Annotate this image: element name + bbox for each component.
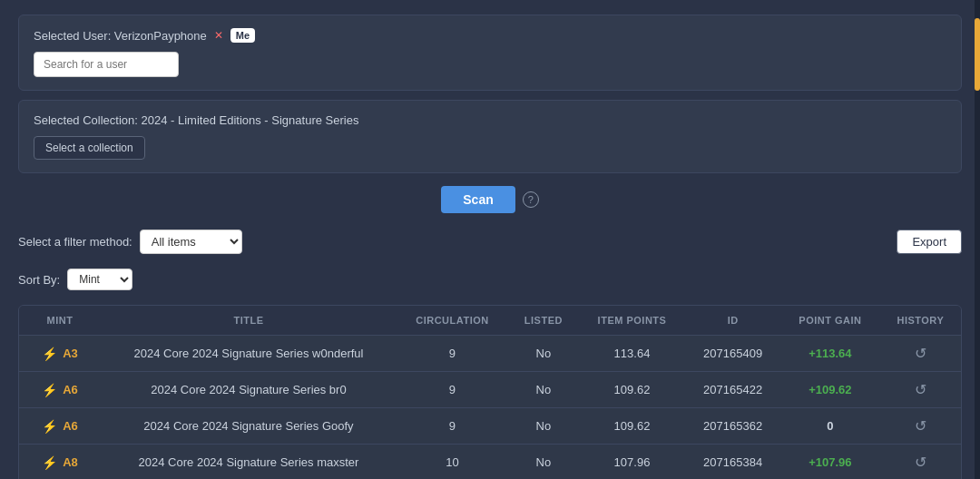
filter-left: Select a filter method: All items Listed… — [18, 230, 242, 254]
sort-select[interactable]: Mint Title Points — [67, 269, 132, 290]
col-id: ID — [685, 306, 780, 336]
cell-item-points-1: 109.62 — [579, 372, 685, 408]
cell-id-2: 207165362 — [685, 408, 780, 445]
table-row: ⚡ A6 2024 Core 2024 Signature Series br0… — [19, 372, 961, 408]
cell-listed-0: No — [508, 336, 579, 372]
scan-row: Scan ? — [18, 186, 962, 213]
selected-user-label: Selected User: VerizonPayphone — [34, 29, 207, 43]
items-table-container: MINT TITLE CIRCULATION LISTED ITEM POINT… — [18, 305, 962, 479]
main-content: Selected User: VerizonPayphone ✕ Me Sele… — [0, 0, 980, 479]
cell-circulation-1: 9 — [397, 372, 508, 408]
items-table: MINT TITLE CIRCULATION LISTED ITEM POINT… — [19, 306, 961, 479]
close-user-icon[interactable]: ✕ — [214, 29, 223, 42]
export-button[interactable]: Export — [897, 230, 962, 254]
select-collection-button[interactable]: Select a collection — [34, 136, 145, 160]
mint-icon-3: ⚡ — [42, 455, 57, 470]
cell-mint-2: ⚡ A6 — [19, 408, 101, 445]
mint-value-3: A8 — [63, 455, 78, 469]
help-icon[interactable]: ? — [523, 191, 539, 208]
cell-mint-3: ⚡ A8 — [19, 445, 101, 480]
cell-history-0[interactable]: ↺ — [880, 336, 961, 372]
scan-button[interactable]: Scan — [441, 186, 514, 213]
cell-circulation-2: 9 — [397, 408, 508, 445]
cell-item-points-3: 107.96 — [579, 445, 685, 480]
me-badge[interactable]: Me — [230, 28, 255, 43]
cell-point-gain-1: +109.62 — [780, 372, 880, 408]
cell-title-0: 2024 Core 2024 Signature Series w0nderfu… — [101, 336, 397, 372]
col-item-points: ITEM POINTS — [579, 306, 685, 336]
cell-item-points-0: 113.64 — [579, 336, 685, 372]
history-icon-3[interactable]: ↺ — [915, 455, 926, 470]
cell-circulation-0: 9 — [397, 336, 508, 372]
cell-item-points-2: 109.62 — [579, 408, 685, 445]
col-listed: LISTED — [508, 306, 579, 336]
col-mint: MINT — [19, 306, 101, 336]
cell-point-gain-0: +113.64 — [780, 336, 880, 372]
col-circulation: CIRCULATION — [397, 306, 508, 336]
mint-value-2: A6 — [63, 419, 78, 433]
history-icon-1[interactable]: ↺ — [915, 382, 926, 397]
history-icon-2[interactable]: ↺ — [915, 418, 926, 434]
cell-point-gain-2: 0 — [780, 408, 880, 445]
cell-title-1: 2024 Core 2024 Signature Series br0 — [101, 372, 397, 408]
cell-history-1[interactable]: ↺ — [880, 372, 961, 408]
col-history: HISTORY — [880, 306, 961, 336]
cell-history-2[interactable]: ↺ — [880, 408, 961, 445]
scrollbar-thumb[interactable] — [975, 18, 980, 91]
filter-row: Select a filter method: All items Listed… — [18, 230, 962, 254]
mint-value-0: A3 — [63, 347, 78, 360]
sort-row: Sort By: Mint Title Points — [18, 269, 962, 290]
cell-listed-3: No — [508, 445, 579, 480]
mint-icon-1: ⚡ — [42, 383, 57, 397]
mint-icon-0: ⚡ — [42, 347, 57, 361]
cell-id-0: 207165409 — [685, 336, 780, 372]
scrollbar-track[interactable] — [975, 0, 980, 479]
table-header: MINT TITLE CIRCULATION LISTED ITEM POINT… — [19, 306, 961, 336]
table-body: ⚡ A3 2024 Core 2024 Signature Series w0n… — [19, 336, 961, 480]
table-row: ⚡ A6 2024 Core 2024 Signature Series Goo… — [19, 408, 961, 445]
cell-title-3: 2024 Core 2024 Signature Series maxster — [101, 445, 397, 480]
cell-history-3[interactable]: ↺ — [880, 445, 961, 480]
collection-card: Selected Collection: 2024 - Limited Edit… — [18, 100, 962, 173]
user-header: Selected User: VerizonPayphone ✕ Me — [34, 28, 946, 43]
cell-mint-1: ⚡ A6 — [19, 372, 101, 408]
cell-id-3: 207165384 — [685, 445, 780, 480]
user-card: Selected User: VerizonPayphone ✕ Me — [18, 15, 962, 91]
mint-value-1: A6 — [63, 383, 78, 396]
cell-listed-2: No — [508, 408, 579, 445]
cell-listed-1: No — [508, 372, 579, 408]
cell-title-2: 2024 Core 2024 Signature Series Goofy — [101, 408, 397, 445]
cell-circulation-3: 10 — [397, 445, 508, 480]
cell-point-gain-3: +107.96 — [780, 445, 880, 480]
sort-label: Sort By: — [18, 273, 60, 287]
cell-id-1: 207165422 — [685, 372, 780, 408]
search-user-input[interactable] — [34, 52, 179, 77]
filter-method-select[interactable]: All items Listed only Unlisted only — [140, 230, 242, 254]
history-icon-0[interactable]: ↺ — [915, 346, 926, 361]
cell-mint-0: ⚡ A3 — [19, 336, 101, 372]
collection-label: Selected Collection: 2024 - Limited Edit… — [34, 113, 946, 127]
mint-icon-2: ⚡ — [42, 419, 57, 434]
col-point-gain: POINT GAIN — [780, 306, 880, 336]
filter-method-label: Select a filter method: — [18, 235, 132, 249]
table-row: ⚡ A3 2024 Core 2024 Signature Series w0n… — [19, 336, 961, 372]
col-title: TITLE — [101, 306, 397, 336]
table-row: ⚡ A8 2024 Core 2024 Signature Series max… — [19, 445, 961, 480]
